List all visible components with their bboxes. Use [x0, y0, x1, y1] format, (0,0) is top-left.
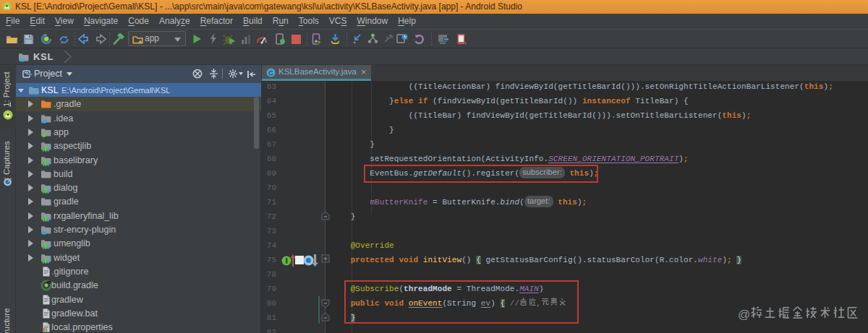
- svg-text:C: C: [268, 69, 273, 77]
